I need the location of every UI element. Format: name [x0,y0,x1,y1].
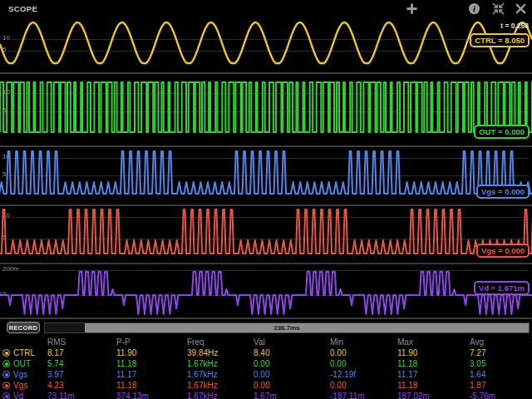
measurement-value: 73.11m [47,392,116,399]
time-readout: t = 0.258 [500,22,529,30]
table-header-cell: RMS [47,337,116,347]
table-row[interactable]: Vgs3.9711.171.67kHz0.00-12.19f11.171.64 [0,369,532,380]
trace-separator [0,72,532,74]
trace-color-indicator [2,371,10,378]
measurement-value: 1.67kHz [187,370,254,379]
measurement-value: 0.00 [330,359,397,368]
gridline [2,295,529,296]
axis-tick-label: 10 [2,34,12,42]
gridline [2,217,529,218]
table-header-row: RMSP-PFreqValMinMaxAvg [0,337,532,347]
measurement-value: 5.74 [47,359,116,368]
waveform-ctrl-0 [0,22,532,63]
measurement-value: -187.11m [330,392,397,399]
trace-badge-out-1[interactable]: OUT = 0.000 [474,125,530,139]
axis-tick-label: 200m [2,265,21,273]
record-buffer-length: 236.7ms [45,324,529,332]
measurement-value: 11.90 [397,348,470,357]
trace-badge-vgs-2[interactable]: Vgs = 0.000 [476,185,530,199]
measurement-value: 0.00 [254,359,330,368]
measurement-value: 0.00 [330,348,397,357]
gridline [2,270,529,271]
channel-name-cell: OUT [0,359,47,368]
measurement-value: 1.64 [470,370,532,379]
axis-tick-label: 10 [2,212,12,219]
trace-color-indicator [2,392,10,399]
measurement-value: 1.67kHz [187,359,254,368]
table-header-cell: Val [254,337,330,347]
info-icon[interactable]: i [468,2,480,15]
channel-name-cell: Vd [0,392,47,399]
window-title: SCOPE [8,4,37,13]
channel-name: Vgs [13,381,27,390]
table-header-cell: Max [397,337,470,347]
axis-tick-label: 5 [2,170,7,178]
measurement-value: 8.40 [254,348,330,357]
table-row[interactable]: OUT5.7411.181.67kHz0.000.0011.183.05 [0,358,532,369]
measurement-value: 39.84Hz [187,348,254,357]
trace-badge-ctrl-0[interactable]: CTRL = 8.050 [470,33,530,47]
table-header-cell: P-P [116,337,187,347]
gridline [2,51,529,52]
table-header-cell: Min [330,337,397,347]
axis-tick-label: 5 [2,106,7,114]
trace-color-indicator [2,349,10,357]
measurement-value: 11.90 [116,348,187,357]
measurement-value: 0.00 [330,381,397,390]
channel-name: CTRL [13,348,35,357]
measurement-value: 3.05 [470,359,532,368]
measurement-value: 374.13m [116,392,187,399]
axis-tick-label: 0 [2,290,7,298]
waveform-vgs-3 [0,209,532,254]
measurement-value: 8.17 [47,348,116,357]
measurement-value: 3.97 [47,370,116,379]
measurement-value: 11.18 [116,381,187,390]
gridline [2,158,529,159]
channel-name-cell: Vgs [0,381,47,390]
trace-badge-vd-4[interactable]: Vd = 1.671m [474,281,530,295]
trace-color-indicator [2,382,10,389]
channel-name: Vgs [13,370,27,379]
record-button[interactable]: RECORD [7,322,40,333]
measurement-value: 1.87 [470,381,532,390]
measurement-value: 0.00 [254,370,330,379]
svg-text:i: i [473,4,475,13]
gridline [2,39,529,40]
measurement-value: 1.67kHz [187,381,254,390]
record-progress-bar[interactable]: 236.7ms [44,323,530,333]
gridline [2,239,529,239]
table-header-cell: Freq [187,337,254,347]
add-scope-icon[interactable] [406,2,418,15]
scope-window: SCOPE i t = 0.258 105CTRL = 8.050105OUT … [0,0,532,399]
table-row[interactable]: Vgs4.2311.181.67kHz0.000.0011.181.87 [0,380,532,391]
waveform-vd-4 [0,272,532,314]
trace-badge-vgs-3[interactable]: Vgs = 0.000 [476,244,530,258]
measurement-value: 0.00 [254,381,330,390]
trace-color-indicator [2,360,10,367]
trace-separator [0,263,532,264]
table-header-cell: Avg [470,337,532,347]
axis-tick-label: 10 [2,88,12,96]
measurement-value: 11.18 [116,359,187,368]
measurement-value: 4.23 [47,381,116,390]
axis-tick-label: 5 [2,46,7,53]
collapse-icon[interactable] [492,2,505,15]
measurements-table: RMSP-PFreqValMinMaxAvgCTRL8.1711.9039.84… [0,337,532,399]
measurement-value: 1.67kHz [187,392,254,399]
channel-name: OUT [13,359,31,368]
close-icon[interactable] [515,2,527,15]
measurement-value: 11.18 [397,359,470,368]
channel-name-cell: Vgs [0,370,47,379]
axis-tick-label: 10 [2,153,12,160]
measurement-value: -5.76m [470,392,532,399]
axis-tick-label: 5 [2,234,7,241]
measurement-value: 7.27 [470,348,532,357]
channel-name-cell: CTRL [0,348,47,357]
waveform-out-1 [0,82,532,132]
table-row[interactable]: Vd73.11m374.13m1.67kHz1.67m-187.11m187.0… [0,391,532,399]
measurement-value: 11.17 [116,370,187,379]
gridline [2,175,529,176]
gridline [2,93,529,94]
table-row[interactable]: CTRL8.1711.9039.84Hz8.400.0011.907.27 [0,347,532,358]
trace-separator [0,204,532,206]
